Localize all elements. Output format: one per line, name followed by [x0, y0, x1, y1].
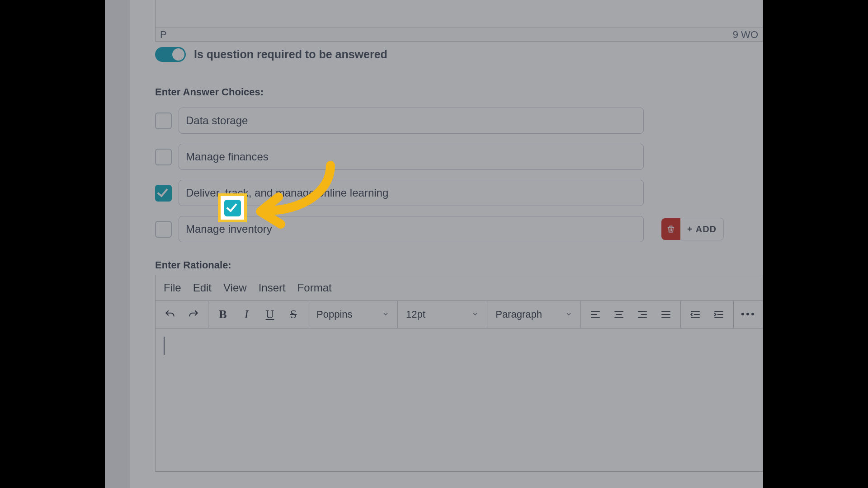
status-path: P — [160, 29, 167, 41]
question-editor-area[interactable] — [155, 0, 763, 28]
chevron-down-icon — [382, 309, 389, 320]
menu-view[interactable]: View — [223, 282, 247, 294]
more-toolbar-button[interactable]: ••• — [739, 305, 757, 324]
editor-toolbar: B I U S Poppins 12pt Paragraph — [156, 301, 763, 328]
choice-row — [155, 144, 724, 170]
align-right-icon — [637, 309, 648, 320]
required-toggle[interactable] — [155, 47, 186, 62]
indent-icon — [713, 309, 725, 320]
outdent-icon — [689, 309, 701, 320]
underline-button[interactable]: U — [261, 305, 279, 324]
redo-button[interactable] — [184, 305, 203, 324]
font-family-select[interactable]: Poppins — [308, 301, 398, 328]
choice-input[interactable] — [179, 144, 644, 170]
align-justify-button[interactable] — [657, 305, 675, 324]
bold-button[interactable]: B — [214, 305, 232, 324]
undo-icon — [164, 309, 176, 320]
answer-choices-label: Enter Answer Choices: — [155, 86, 264, 98]
editor-statusbar: P 9 WO — [155, 28, 763, 42]
align-center-icon — [613, 309, 625, 320]
menu-edit[interactable]: Edit — [193, 282, 212, 294]
strike-button[interactable]: S — [284, 305, 302, 324]
chevron-down-icon — [565, 309, 572, 320]
choice-input[interactable] — [179, 216, 644, 242]
choice-checkbox-highlighted[interactable] — [224, 200, 241, 216]
form-panel: P 9 WO Is question required to be answer… — [130, 0, 763, 488]
add-button-label: ADD — [696, 224, 717, 235]
plus-icon: + — [687, 224, 693, 235]
answer-choices-list: + ADD — [155, 108, 724, 252]
align-right-button[interactable] — [633, 305, 651, 324]
status-wordcount: 9 WO — [733, 29, 758, 41]
align-left-button[interactable] — [586, 305, 604, 324]
app-stage: P 9 WO Is question required to be answer… — [105, 0, 763, 488]
choice-checkbox[interactable] — [155, 149, 172, 165]
block-format-value: Paragraph — [495, 309, 542, 320]
trash-icon — [666, 224, 675, 235]
menu-insert[interactable]: Insert — [259, 282, 286, 294]
required-toggle-row: Is question required to be answered — [155, 47, 387, 62]
delete-choice-button[interactable] — [661, 218, 680, 240]
toggle-knob — [172, 48, 184, 61]
rationale-textarea[interactable] — [156, 328, 763, 471]
indent-button[interactable] — [710, 305, 728, 324]
choice-checkbox[interactable] — [155, 185, 172, 202]
font-size-select[interactable]: 12pt — [398, 301, 487, 328]
undo-button[interactable] — [161, 305, 179, 324]
choice-row — [155, 108, 724, 134]
chevron-down-icon — [472, 309, 479, 320]
menu-file[interactable]: File — [164, 282, 181, 294]
align-justify-icon — [660, 309, 672, 320]
required-toggle-label: Is question required to be answered — [194, 48, 387, 61]
choice-input[interactable] — [179, 180, 644, 206]
block-format-select[interactable]: Paragraph — [487, 301, 581, 328]
outdent-button[interactable] — [686, 305, 704, 324]
align-center-button[interactable] — [610, 305, 628, 324]
highlight-correct-answer-checkbox — [218, 193, 247, 222]
redo-icon — [188, 309, 199, 320]
choice-checkbox[interactable] — [155, 113, 172, 129]
align-left-icon — [590, 309, 601, 320]
menu-format[interactable]: Format — [297, 282, 332, 294]
choice-checkbox[interactable] — [155, 221, 172, 238]
rationale-editor: File Edit View Insert Format B I U S — [155, 275, 763, 472]
editor-menubar: File Edit View Insert Format — [156, 275, 763, 301]
choice-input[interactable] — [179, 108, 644, 134]
text-caret — [164, 337, 165, 355]
font-family-value: Poppins — [316, 309, 353, 320]
font-size-value: 12pt — [406, 309, 425, 320]
rationale-label: Enter Rationale: — [155, 259, 231, 271]
add-choice-button[interactable]: + ADD — [680, 218, 724, 240]
italic-button[interactable]: I — [237, 305, 255, 324]
